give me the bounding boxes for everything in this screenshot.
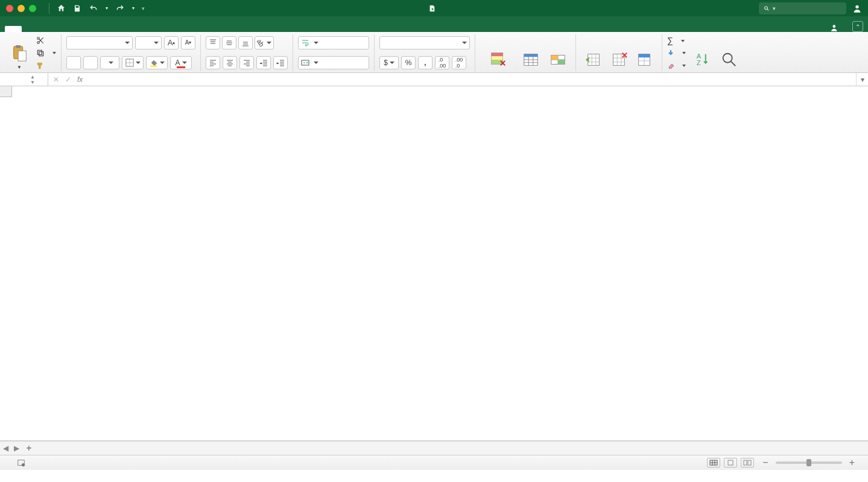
italic-button[interactable] <box>83 56 98 69</box>
tab-formulas[interactable] <box>72 26 89 32</box>
tab-data[interactable] <box>89 26 106 32</box>
formula-input[interactable] <box>89 75 856 84</box>
paste-button[interactable]: ▼ <box>6 34 33 71</box>
font-size-select[interactable] <box>135 36 162 49</box>
decrease-indent-button[interactable] <box>256 56 271 69</box>
fx-icon[interactable]: fx <box>77 75 83 84</box>
align-top-button[interactable] <box>206 36 220 49</box>
svg-point-0 <box>765 6 768 9</box>
window-minimize-button[interactable] <box>17 5 25 12</box>
underline-button[interactable] <box>100 56 119 69</box>
merge-center-button[interactable] <box>298 56 369 69</box>
tab-page-layout[interactable] <box>55 26 72 32</box>
select-all-corner[interactable] <box>0 86 12 97</box>
cell-styles-icon <box>549 51 567 69</box>
undo-dropdown[interactable]: ▾ <box>106 5 108 11</box>
zoom-in-button[interactable]: + <box>849 457 855 468</box>
wrap-text-button[interactable] <box>298 36 369 49</box>
page-layout-view-button[interactable] <box>724 458 737 468</box>
percent-format-button[interactable]: % <box>401 56 416 69</box>
qat-customize[interactable]: ▾ <box>142 5 145 11</box>
delete-cells-icon <box>610 51 628 69</box>
align-middle-icon <box>225 39 233 47</box>
border-button[interactable] <box>122 56 144 69</box>
svg-point-29 <box>723 54 732 63</box>
number-format-select[interactable] <box>379 36 470 49</box>
align-left-button[interactable] <box>206 56 220 69</box>
spreadsheet-grid[interactable] <box>0 86 868 441</box>
svg-rect-8 <box>39 51 43 55</box>
decrease-decimal-button[interactable]: .00.0 <box>452 56 466 69</box>
redo-icon[interactable] <box>115 4 125 13</box>
account-icon[interactable] <box>852 4 862 13</box>
sheet-nav-prev[interactable]: ◀ <box>0 444 11 452</box>
search-sheet-box[interactable]: ▾ <box>759 2 846 14</box>
sheet-nav-next[interactable]: ▶ <box>11 444 22 452</box>
clear-button[interactable] <box>667 60 686 71</box>
format-cells-icon <box>635 51 653 69</box>
enter-formula-button[interactable]: ✓ <box>65 75 71 84</box>
svg-rect-5 <box>18 51 26 61</box>
tab-draw[interactable] <box>39 26 55 32</box>
fill-color-button[interactable] <box>146 56 168 69</box>
comma-format-button[interactable]: , <box>418 56 432 69</box>
page-break-view-button[interactable] <box>741 458 754 468</box>
tab-developer[interactable] <box>140 26 157 32</box>
align-bottom-button[interactable] <box>238 36 253 49</box>
format-as-table-button[interactable] <box>516 34 545 71</box>
conditional-formatting-button[interactable] <box>480 34 516 71</box>
svg-rect-23 <box>588 54 600 66</box>
normal-view-button[interactable] <box>707 458 720 468</box>
conditional-formatting-icon <box>489 51 507 69</box>
find-select-button[interactable] <box>716 34 743 71</box>
cell-styles-button[interactable] <box>545 34 571 71</box>
tab-home[interactable] <box>5 26 22 32</box>
increase-font-button[interactable]: A▴ <box>164 36 179 49</box>
tab-view[interactable] <box>123 26 140 32</box>
tab-review[interactable] <box>106 26 123 32</box>
bold-button[interactable] <box>66 56 81 69</box>
align-center-button[interactable] <box>223 56 237 69</box>
name-box-input[interactable] <box>4 75 28 84</box>
zoom-out-button[interactable]: − <box>762 457 768 468</box>
svg-rect-11 <box>150 66 157 68</box>
copy-button[interactable] <box>36 48 56 59</box>
increase-decimal-button[interactable]: .0.00 <box>435 56 449 69</box>
autosum-button[interactable]: ∑ <box>667 35 686 46</box>
macro-record-icon[interactable] <box>17 458 25 467</box>
tab-insert[interactable] <box>22 26 39 32</box>
undo-icon[interactable] <box>89 4 98 13</box>
sort-filter-button[interactable]: AZ <box>691 34 716 71</box>
accounting-format-button[interactable]: $ <box>379 56 399 69</box>
window-close-button[interactable] <box>6 5 13 12</box>
align-middle-button[interactable] <box>222 36 236 49</box>
search-sheet-input[interactable] <box>779 4 841 13</box>
delete-cells-button[interactable] <box>606 34 632 71</box>
add-sheet-button[interactable]: + <box>22 443 36 454</box>
decrease-font-button[interactable]: A▾ <box>181 36 195 49</box>
align-right-button[interactable] <box>239 56 254 69</box>
copy-icon <box>36 49 45 57</box>
cancel-formula-button[interactable]: ✕ <box>53 75 59 84</box>
expand-formula-bar[interactable]: ▾ <box>856 73 868 86</box>
align-left-icon <box>209 59 217 67</box>
window-zoom-button[interactable] <box>29 5 36 12</box>
format-painter-button[interactable] <box>36 60 56 71</box>
fill-button[interactable] <box>667 47 686 58</box>
increase-indent-button[interactable] <box>273 56 288 69</box>
fill-down-icon <box>667 49 674 56</box>
format-cells-button[interactable] <box>632 34 657 71</box>
share-button[interactable] <box>827 24 846 32</box>
save-icon[interactable] <box>73 4 81 13</box>
font-color-button[interactable]: A <box>170 56 192 69</box>
zoom-slider[interactable] <box>776 461 842 464</box>
insert-cells-button[interactable] <box>581 34 606 71</box>
excel-file-icon <box>428 4 437 13</box>
redo-dropdown[interactable]: ▾ <box>132 5 135 11</box>
cut-button[interactable] <box>36 35 56 46</box>
font-name-select[interactable] <box>66 36 133 49</box>
home-icon[interactable] <box>57 4 66 13</box>
orientation-button[interactable]: ab <box>255 36 274 49</box>
collapse-ribbon-button[interactable]: ⌃ <box>852 21 863 32</box>
name-box[interactable]: ▲▼ <box>0 73 48 86</box>
